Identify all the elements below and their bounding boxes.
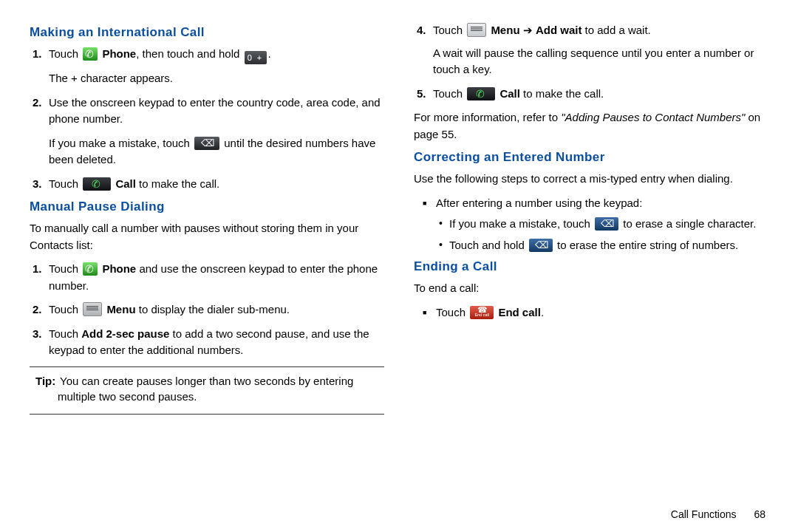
arrow-icon: ➔ xyxy=(520,24,536,36)
text: Touch xyxy=(49,303,81,316)
xref-title: "Adding Pauses to Contact Numbers" xyxy=(561,111,745,123)
text: Touch xyxy=(49,327,81,340)
steps-manual-pause: 1. Touch Phone and use the onscreen keyp… xyxy=(30,261,384,359)
text: The + character appears. xyxy=(49,70,384,87)
end-call-icon xyxy=(470,306,494,319)
steps-manual-pause-cont: 4. Touch Menu ➔ Add wait to add a wait. … xyxy=(414,22,768,102)
step-2: 2. Use the onscreen keypad to enter the … xyxy=(49,95,384,168)
heading-manual-pause: Manual Pause Dialing xyxy=(30,200,384,214)
text: If you make a mistake, touch xyxy=(49,137,193,149)
text: , then touch and hold xyxy=(136,47,242,60)
phone-label: Phone xyxy=(102,262,136,275)
add-wait-label: Add wait xyxy=(536,24,582,36)
step-5: 5. Touch Call to make the call. xyxy=(433,86,768,103)
divider xyxy=(30,414,384,415)
menu-icon xyxy=(467,23,486,37)
menu-label: Menu xyxy=(491,24,519,36)
backspace-icon xyxy=(529,239,553,252)
correcting-list: After entering a number using the keypad… xyxy=(414,195,768,254)
step-1: 1. Touch Phone, then touch and hold 0 +.… xyxy=(49,46,384,87)
heading-ending-call: Ending a Call xyxy=(414,259,768,274)
end-call-label: End call xyxy=(498,306,541,318)
heading-correcting-number: Correcting an Entered Number xyxy=(414,150,768,165)
text: to add a wait. xyxy=(582,24,650,36)
backspace-icon xyxy=(595,217,618,231)
footer: Call Functions 68 xyxy=(671,508,765,520)
tip-label: Tip: xyxy=(35,375,55,387)
intro-ending: To end a call: xyxy=(414,280,768,297)
text: Touch xyxy=(433,87,466,100)
text: to erase the entire string of numbers. xyxy=(557,239,738,251)
text: Touch and hold xyxy=(449,239,528,251)
text: Touch xyxy=(436,306,468,318)
text: Touch xyxy=(49,262,81,275)
footer-page-number: 68 xyxy=(754,508,765,520)
text: Touch xyxy=(433,24,466,36)
add-2sec-pause-label: Add 2-sec pause xyxy=(81,327,169,340)
text: For more information, refer to xyxy=(414,111,561,123)
menu-label: Menu xyxy=(106,303,135,316)
call-icon xyxy=(467,87,495,100)
text: . xyxy=(268,47,271,60)
call-label: Call xyxy=(115,177,136,190)
text: to display the dialer sub-menu. xyxy=(136,303,290,316)
step-3: 3. Touch Call to make the call. xyxy=(49,176,384,193)
step-2: 2. Touch Menu to display the dialer sub-… xyxy=(49,301,384,318)
list-item: After entering a number using the keypad… xyxy=(436,195,768,254)
menu-icon xyxy=(83,302,102,316)
call-icon xyxy=(83,177,111,191)
text: . xyxy=(541,306,544,318)
step-3: 3. Touch Add 2-sec pause to add a two se… xyxy=(49,326,384,359)
intro-manual-pause: To manually call a number with pauses wi… xyxy=(30,220,384,253)
text: After entering a number using the keypad… xyxy=(436,197,642,209)
phone-label: Phone xyxy=(102,47,136,60)
text: If you make a mistake, touch until the d… xyxy=(49,135,384,168)
cross-reference: For more information, refer to "Adding P… xyxy=(414,109,768,143)
zero-plus-key-icon: 0 + xyxy=(245,51,267,64)
text: and use the onscreen keypad to enter the… xyxy=(49,262,378,292)
call-label: Call xyxy=(499,87,520,100)
text: Use the onscreen keypad to enter the cou… xyxy=(49,96,381,126)
text: to make the call. xyxy=(136,177,219,190)
left-column: Making an International Call 1. Touch Ph… xyxy=(30,22,384,525)
text: A wait will pause the calling sequence u… xyxy=(433,45,768,78)
step-4: 4. Touch Menu ➔ Add wait to add a wait. … xyxy=(433,22,768,78)
step-1: 1. Touch Phone and use the onscreen keyp… xyxy=(49,261,384,294)
backspace-icon xyxy=(194,137,219,150)
list-item: If you make a mistake, touch to erase a … xyxy=(449,216,768,233)
list-item: Touch End call. xyxy=(436,304,768,321)
tip-box: Tip: You can create pauses longer than t… xyxy=(30,367,384,410)
text: Touch xyxy=(49,177,81,190)
list-item: Touch and hold to erase the entire strin… xyxy=(449,237,768,254)
phone-icon xyxy=(83,262,98,276)
footer-section: Call Functions xyxy=(671,508,737,520)
intro-correcting: Use the following steps to correct a mis… xyxy=(414,171,768,188)
phone-icon xyxy=(83,47,98,61)
right-column: 4. Touch Menu ➔ Add wait to add a wait. … xyxy=(414,22,768,525)
text: Touch xyxy=(49,47,81,60)
text: to erase a single character. xyxy=(623,217,756,230)
text: to make the call. xyxy=(520,87,604,100)
sub-bullets: If you make a mistake, touch to erase a … xyxy=(436,216,768,253)
steps-international-call: 1. Touch Phone, then touch and hold 0 +.… xyxy=(30,46,384,192)
ending-list: Touch End call. xyxy=(414,304,768,321)
tip-text: You can create pauses longer than two se… xyxy=(57,375,353,403)
text: If you make a mistake, touch xyxy=(449,217,593,230)
heading-international-call: Making an International Call xyxy=(30,25,384,40)
